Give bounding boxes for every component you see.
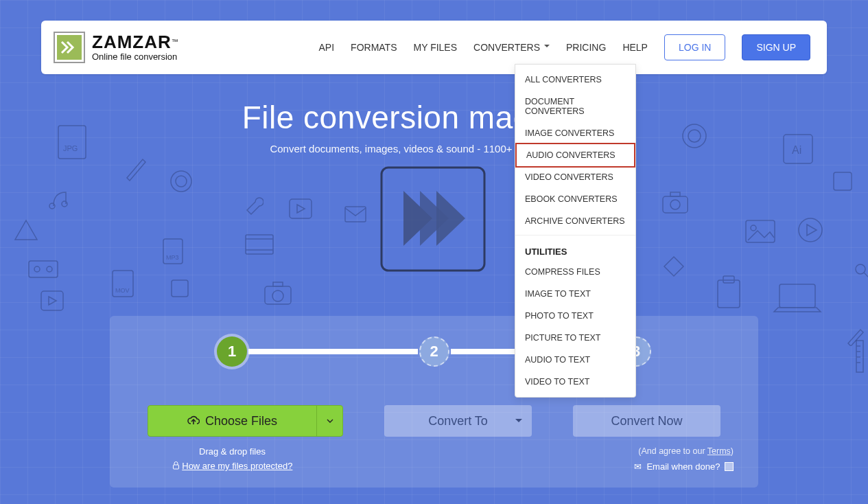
ruler-icon	[855, 339, 865, 374]
camera-icon	[261, 278, 295, 308]
svg-point-8	[47, 266, 52, 272]
nav-converters[interactable]: CONVERTERS	[473, 42, 550, 53]
svg-line-32	[864, 273, 868, 279]
nav-formats[interactable]: FORMATS	[351, 42, 397, 53]
dd-utilities-heading: UTILITIES	[515, 238, 635, 261]
pencil-icon	[124, 154, 147, 181]
files-protected-link[interactable]: How are my files protected?	[182, 461, 292, 471]
convert-now-label: Convert Now	[611, 414, 682, 428]
svg-rect-34	[723, 276, 734, 283]
mail-icon	[343, 205, 368, 224]
svg-rect-35	[779, 284, 815, 308]
svg-rect-43	[670, 192, 680, 196]
header-bar: ZAMZAR™ Online file conversion API FORMA…	[41, 21, 827, 74]
choose-files-group: Choose Files	[148, 405, 343, 437]
envelope-icon: ✉	[634, 461, 642, 472]
convert-to-label: Convert To	[428, 414, 488, 428]
svg-point-7	[34, 266, 40, 272]
choose-files-label: Choose Files	[205, 414, 277, 428]
cassette-icon	[26, 258, 60, 280]
svg-point-29	[751, 225, 756, 231]
dd-audio-converters[interactable]: AUDIO CONVERTERS	[515, 143, 635, 168]
svg-point-4	[49, 203, 55, 209]
conversion-card: 1 2 3 Choose Files Convert To Convert No…	[110, 316, 758, 488]
logo-subtitle: Online file conversion	[92, 51, 178, 62]
svg-rect-41	[663, 196, 688, 213]
laptop-icon	[770, 279, 825, 317]
film-strip-icon	[243, 231, 276, 258]
sketch-square-icon	[167, 276, 192, 301]
mp3-file-icon: MP3	[161, 236, 185, 266]
step-2: 2	[419, 336, 449, 367]
svg-point-30	[799, 218, 822, 242]
svg-rect-14	[172, 280, 188, 297]
chevron-down-icon	[327, 419, 333, 423]
logo-title: ZAMZAR	[92, 32, 172, 52]
dd-image-to-text[interactable]: IMAGE TO TEXT	[515, 283, 635, 305]
target-icon	[167, 168, 195, 195]
dd-audio-to-text[interactable]: AUDIO TO TEXT	[515, 349, 635, 371]
agree-prefix: (And agree to our	[638, 446, 707, 456]
svg-rect-17	[246, 235, 273, 254]
nav-api[interactable]: API	[319, 42, 335, 53]
step-indicator: 1 2 3	[134, 336, 734, 367]
svg-rect-6	[29, 261, 58, 277]
svg-point-3	[176, 176, 187, 187]
music-note-icon	[47, 189, 70, 209]
svg-rect-28	[746, 220, 775, 242]
nav-pricing[interactable]: PRICING	[566, 42, 606, 53]
dropdown-divider	[515, 235, 635, 236]
nav-my-files[interactable]: MY FILES	[414, 42, 458, 53]
search-icon	[854, 262, 868, 280]
step-line	[248, 349, 418, 354]
convert-now-button[interactable]: Convert Now	[573, 405, 720, 437]
dd-archive-converters[interactable]: ARCHIVE CONVERTERS	[515, 210, 635, 232]
triangle-icon	[12, 216, 40, 244]
big-logo-sketch-icon	[377, 163, 489, 275]
dd-picture-to-text[interactable]: PICTURE TO TEXT	[515, 327, 635, 349]
email-done-label: Email when done?	[646, 461, 720, 472]
play-square-icon	[287, 196, 314, 221]
agree-suffix: )	[731, 446, 734, 456]
wrench-icon	[242, 194, 263, 216]
dd-ebook-converters[interactable]: EBOOK CONVERTERS	[515, 188, 635, 210]
svg-rect-22	[273, 282, 283, 286]
logo-box-icon	[54, 32, 85, 63]
play-square-icon	[38, 288, 66, 313]
svg-point-2	[171, 171, 191, 192]
dd-all-converters[interactable]: ALL CONVERTERS	[515, 69, 635, 91]
svg-text:MP3: MP3	[166, 254, 179, 261]
picture-icon	[742, 217, 778, 246]
signup-button[interactable]: SIGN UP	[742, 34, 810, 60]
svg-rect-9	[41, 291, 63, 310]
dd-video-to-text[interactable]: VIDEO TO TEXT	[515, 371, 635, 393]
nav-help[interactable]: HELP	[622, 42, 648, 53]
trademark-symbol: ™	[172, 38, 178, 45]
svg-point-5	[62, 201, 67, 207]
svg-point-42	[670, 200, 680, 209]
mov-file-icon: MOV	[110, 268, 136, 299]
svg-rect-27	[834, 172, 852, 190]
svg-point-21	[272, 290, 283, 301]
diamond-icon	[661, 254, 686, 279]
dd-image-converters[interactable]: IMAGE CONVERTERS	[515, 122, 635, 144]
dd-compress-files[interactable]: COMPRESS FILES	[515, 261, 635, 283]
lock-icon	[172, 461, 180, 470]
dd-photo-to-text[interactable]: PHOTO TO TEXT	[515, 305, 635, 327]
svg-text:MOV: MOV	[115, 287, 130, 294]
login-button[interactable]: LOG IN	[664, 34, 725, 60]
svg-rect-15	[290, 199, 312, 218]
nav: API FORMATS MY FILES CONVERTERS PRICING …	[319, 34, 810, 60]
sketch-square-icon	[830, 169, 855, 194]
dd-video-converters[interactable]: VIDEO CONVERTERS	[515, 166, 635, 188]
svg-rect-45	[173, 465, 178, 469]
choose-files-dropdown-button[interactable]	[316, 406, 342, 436]
email-done-checkbox[interactable]	[725, 462, 734, 471]
choose-files-button[interactable]: Choose Files	[148, 406, 316, 436]
hero: File conversion made easy Convert docume…	[0, 99, 868, 154]
convert-to-button[interactable]: Convert To	[384, 405, 532, 437]
dd-document-converters[interactable]: DOCUMENT CONVERTERS	[515, 91, 635, 122]
logo[interactable]: ZAMZAR™ Online file conversion	[54, 32, 178, 63]
camera-icon	[659, 188, 692, 216]
terms-link[interactable]: Terms	[707, 446, 731, 456]
